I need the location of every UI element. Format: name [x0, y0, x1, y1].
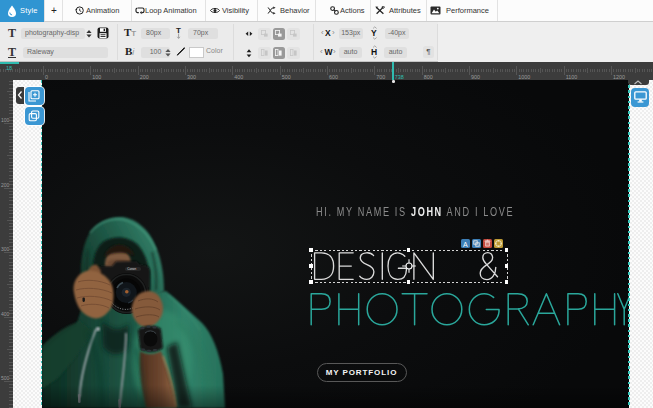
- svg-text:700: 700: [376, 74, 385, 80]
- svg-text:400: 400: [234, 74, 243, 80]
- svg-text:A: A: [463, 240, 468, 247]
- svg-text:200: 200: [1, 182, 10, 188]
- svg-text:500: 500: [282, 74, 291, 80]
- svg-text:200: 200: [140, 74, 149, 80]
- svg-text:1100: 1100: [566, 74, 578, 80]
- svg-text:300: 300: [187, 74, 196, 80]
- svg-text:900: 900: [471, 74, 480, 80]
- svg-text:738: 738: [395, 74, 404, 80]
- svg-text:0: 0: [45, 74, 48, 80]
- svg-text:500: 500: [1, 375, 10, 381]
- svg-text:300: 300: [1, 246, 10, 252]
- svg-text:600: 600: [329, 74, 338, 80]
- svg-text:800: 800: [424, 74, 433, 80]
- svg-text:Canon: Canon: [127, 267, 136, 271]
- svg-text:400: 400: [1, 311, 10, 317]
- svg-text:1200: 1200: [613, 74, 625, 80]
- svg-text:18: 18: [6, 65, 12, 71]
- svg-text:1000: 1000: [518, 74, 530, 80]
- svg-text:100: 100: [92, 74, 101, 80]
- svg-text:100: 100: [1, 117, 10, 123]
